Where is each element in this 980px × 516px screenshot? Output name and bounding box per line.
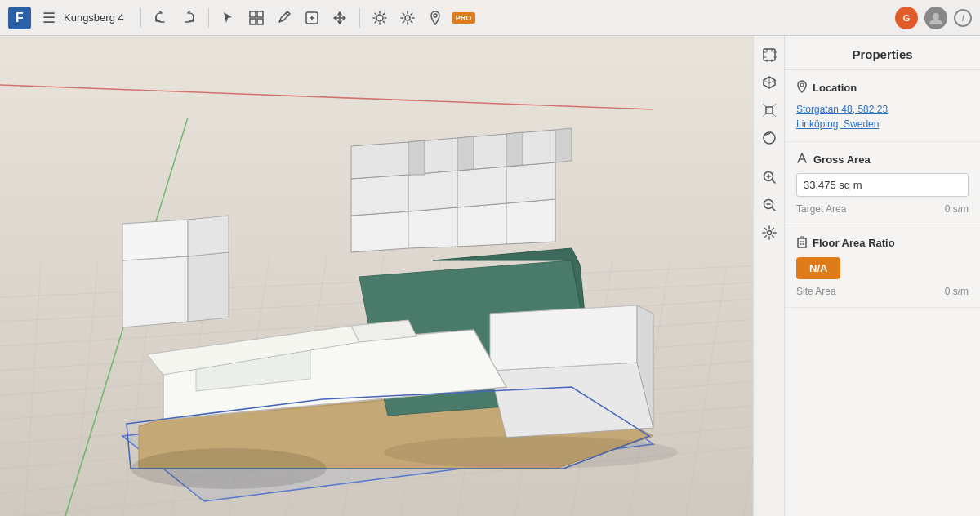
svg-marker-60 bbox=[506, 132, 523, 167]
user-avatar[interactable] bbox=[924, 7, 947, 29]
svg-point-8 bbox=[933, 13, 939, 20]
perspective-button[interactable] bbox=[757, 98, 782, 122]
divider-3 bbox=[359, 8, 360, 28]
svg-marker-51 bbox=[408, 171, 457, 211]
svg-marker-65 bbox=[188, 216, 229, 256]
zoom-in-button[interactable] bbox=[757, 165, 782, 189]
notification-badge[interactable]: G bbox=[895, 7, 918, 29]
location-section: Location Storgatan 48, 582 23 Linköping,… bbox=[785, 70, 980, 142]
svg-point-80 bbox=[800, 83, 804, 87]
far-label: Floor Area Ratio bbox=[813, 237, 895, 249]
svg-marker-49 bbox=[506, 199, 555, 244]
sun-tool-button[interactable] bbox=[368, 7, 391, 29]
svg-rect-74 bbox=[764, 49, 775, 60]
svg-marker-61 bbox=[555, 128, 572, 162]
svg-point-79 bbox=[767, 231, 771, 235]
svg-rect-75 bbox=[766, 107, 773, 113]
pin-tool-button[interactable] bbox=[424, 7, 447, 29]
svg-rect-3 bbox=[257, 19, 263, 24]
project-title: Kungsberg 4 bbox=[64, 11, 124, 24]
svg-marker-44 bbox=[490, 305, 637, 371]
svg-marker-63 bbox=[188, 252, 229, 322]
floor-area-ratio-section: Floor Area Ratio N/A Site Area 0 s/m bbox=[785, 225, 980, 308]
location-section-title: Location bbox=[796, 80, 969, 96]
gross-area-section: Gross Area Target Area 0 s/m bbox=[785, 142, 980, 225]
svg-marker-46 bbox=[351, 211, 408, 252]
app-logo[interactable]: F bbox=[8, 7, 31, 29]
svg-point-5 bbox=[376, 15, 383, 21]
settings-button[interactable] bbox=[396, 7, 419, 29]
info-button[interactable]: i bbox=[954, 9, 972, 27]
svg-marker-52 bbox=[457, 167, 506, 207]
orbit-button[interactable] bbox=[757, 126, 782, 150]
redo-button[interactable] bbox=[177, 7, 200, 29]
properties-panel: Properties Location Storgatan 48, 582 23… bbox=[784, 36, 980, 516]
location-label: Location bbox=[813, 82, 857, 94]
toolbar-right-actions: G i bbox=[895, 7, 972, 29]
svg-marker-43 bbox=[490, 363, 653, 438]
svg-marker-53 bbox=[506, 162, 555, 203]
undo-button[interactable] bbox=[149, 7, 172, 29]
svg-marker-47 bbox=[408, 207, 457, 248]
far-section-title: Floor Area Ratio bbox=[796, 235, 969, 251]
pan-button[interactable] bbox=[757, 220, 782, 245]
svg-point-73 bbox=[384, 436, 678, 469]
location-address[interactable]: Storgatan 48, 582 23 Linköping, Sweden bbox=[796, 102, 969, 131]
3d-viewport[interactable] bbox=[0, 36, 784, 516]
site-area-label: Site Area bbox=[796, 286, 836, 297]
svg-point-7 bbox=[434, 14, 437, 17]
area-icon bbox=[796, 152, 808, 167]
3d-view-button[interactable] bbox=[757, 70, 782, 95]
far-value-badge: N/A bbox=[796, 257, 840, 279]
svg-marker-62 bbox=[122, 256, 188, 327]
svg-rect-0 bbox=[250, 11, 256, 17]
multi-select-button[interactable] bbox=[245, 7, 268, 29]
hamburger-menu[interactable]: ☰ bbox=[39, 6, 59, 30]
svg-rect-2 bbox=[250, 19, 256, 24]
zoom-out-button[interactable] bbox=[757, 193, 782, 217]
svg-marker-50 bbox=[351, 175, 408, 216]
divider-1 bbox=[140, 8, 141, 28]
draw-tool-button[interactable] bbox=[273, 7, 296, 29]
toolbar: F ☰ Kungsberg 4 PRO G bbox=[0, 0, 980, 36]
target-area-row: Target Area 0 s/m bbox=[796, 203, 969, 215]
svg-marker-59 bbox=[457, 136, 474, 171]
divider-2 bbox=[208, 8, 209, 28]
zoom-extents-button[interactable] bbox=[757, 42, 782, 67]
svg-point-72 bbox=[131, 448, 327, 489]
pro-badge[interactable]: PRO bbox=[452, 12, 476, 24]
site-area-row: Site Area 0 s/m bbox=[796, 286, 969, 297]
svg-point-6 bbox=[405, 16, 410, 20]
svg-rect-81 bbox=[798, 238, 806, 247]
location-icon bbox=[796, 80, 808, 96]
select-tool-button[interactable] bbox=[217, 7, 240, 29]
svg-rect-1 bbox=[257, 11, 263, 17]
viewport-tools-panel bbox=[753, 36, 784, 516]
panel-title: Properties bbox=[785, 36, 980, 70]
gross-area-input[interactable] bbox=[796, 173, 969, 197]
shape-tool-button[interactable] bbox=[301, 7, 323, 29]
building-icon bbox=[796, 235, 808, 251]
target-area-label: Target Area bbox=[796, 203, 846, 215]
gross-area-title: Gross Area bbox=[796, 152, 969, 167]
move-tool-button[interactable] bbox=[328, 7, 351, 29]
site-area-value: 0 s/m bbox=[945, 286, 969, 297]
svg-marker-64 bbox=[122, 220, 188, 260]
gross-area-label: Gross Area bbox=[813, 153, 871, 166]
svg-marker-48 bbox=[457, 203, 506, 247]
svg-marker-54 bbox=[351, 142, 408, 179]
svg-marker-58 bbox=[408, 140, 425, 175]
target-area-value: 0 s/m bbox=[945, 203, 969, 215]
